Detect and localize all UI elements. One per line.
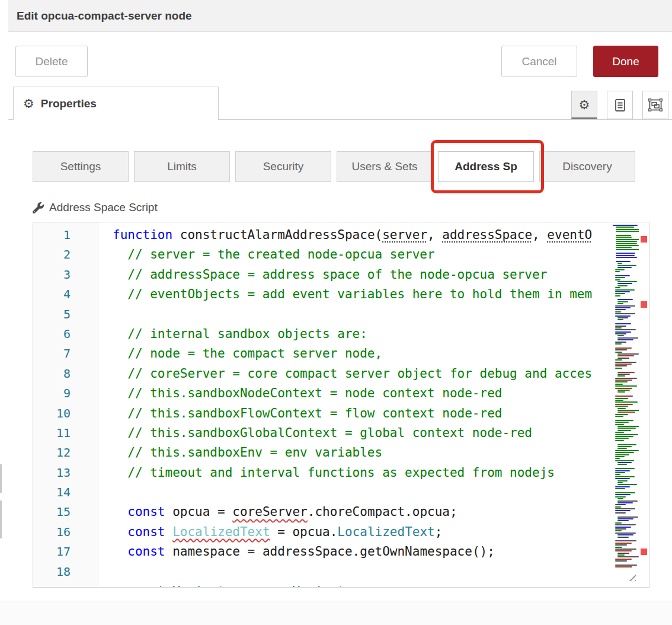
line-number: 17 xyxy=(33,542,98,562)
code-line: // eventObjects = add event variables he… xyxy=(113,285,611,304)
code-line: const Variant = opcua.Variant; xyxy=(113,582,611,587)
code-line: // addressSpace = address space of the n… xyxy=(113,265,611,285)
line-number: 11 xyxy=(33,423,98,443)
code-line xyxy=(113,483,611,502)
tab-address-space[interactable]: Address Sp xyxy=(438,151,534,182)
dialog-bottom-edge xyxy=(0,601,672,625)
edit-description-button[interactable] xyxy=(607,91,633,119)
wrench-icon xyxy=(33,202,44,213)
line-number: 10 xyxy=(33,404,98,423)
page-scrollbar-thumb[interactable] xyxy=(0,464,2,493)
delete-button[interactable]: Delete xyxy=(15,46,88,77)
code-area[interactable]: function constructAlarmAddressSpace(serv… xyxy=(99,222,611,587)
dialog-title: Edit opcua-compact-server node xyxy=(17,9,192,23)
tab-properties[interactable]: ⚙ Properties xyxy=(13,87,219,120)
error-marker xyxy=(641,236,647,243)
minimap[interactable] xyxy=(612,222,639,587)
gear-icon: ⚙ xyxy=(23,97,34,110)
line-number: 15 xyxy=(33,502,98,522)
code-line: // node = the compact server node, xyxy=(113,344,611,363)
done-button[interactable]: Done xyxy=(593,46,658,77)
tab-discovery[interactable]: Discovery xyxy=(539,151,635,182)
code-line: // coreServer = core compact server obje… xyxy=(113,364,611,384)
line-number: 14 xyxy=(33,483,98,502)
document-icon xyxy=(615,99,625,111)
address-space-script-section: Address Space Script xyxy=(33,201,158,214)
line-number: 1 xyxy=(33,225,98,245)
code-line: // internal sandbox objects are: xyxy=(113,324,611,344)
edit-properties-button[interactable]: ⚙ xyxy=(571,91,597,119)
line-number: 7 xyxy=(33,344,98,363)
code-line: // server = the created node-opcua serve… xyxy=(113,245,611,264)
line-number: 3 xyxy=(33,265,98,285)
tab-settings[interactable]: Settings xyxy=(33,151,129,182)
page-scrollbar-thumb[interactable] xyxy=(0,500,2,538)
code-line: const LocalizedText = opcua.LocalizedTex… xyxy=(113,522,611,542)
code-line: // this.sandboxFlowContext = flow contex… xyxy=(113,404,611,423)
line-number: 9 xyxy=(33,384,98,403)
line-number: 6 xyxy=(33,324,98,344)
object-group-icon xyxy=(648,98,663,111)
line-number: 5 xyxy=(33,305,98,324)
code-line: const opcua = coreServer.choreCompact.op… xyxy=(113,502,611,522)
editor-gutter: 12345678910111213141516171819 xyxy=(33,222,98,587)
tray-toolbar: ⚙ xyxy=(571,91,668,119)
line-number: 12 xyxy=(33,443,98,463)
code-editor[interactable]: 12345678910111213141516171819 function c… xyxy=(33,222,649,588)
code-line: const namespace = addressSpace.getOwnNam… xyxy=(113,542,611,562)
minimap-content xyxy=(613,225,639,567)
tab-limits[interactable]: Limits xyxy=(134,151,230,182)
code-line: // timeout and interval functions as exp… xyxy=(113,463,611,483)
properties-label: Properties xyxy=(41,97,97,110)
line-number: 13 xyxy=(33,463,98,483)
code-line: // this.sandboxNodeContext = node contex… xyxy=(113,384,611,403)
code-line: // this.sandboxGlobalContext = global co… xyxy=(113,423,611,443)
code-line: function constructAlarmAddressSpace(serv… xyxy=(113,225,611,245)
tab-security[interactable]: Security xyxy=(235,151,331,182)
code-line: // this.sandboxEnv = env variables xyxy=(113,443,611,463)
code-line xyxy=(113,305,611,324)
error-marker xyxy=(641,549,647,555)
error-marker xyxy=(641,301,647,308)
section-title: Address Space Script xyxy=(49,201,158,214)
code-line xyxy=(113,562,611,582)
line-number: 8 xyxy=(33,364,98,384)
edit-appearance-button[interactable] xyxy=(642,91,668,119)
overview-ruler[interactable] xyxy=(639,222,649,587)
line-number: 19 xyxy=(33,582,98,587)
tab-users-sets[interactable]: Users & Sets xyxy=(337,151,433,182)
gear-icon: ⚙ xyxy=(579,98,590,111)
line-number: 4 xyxy=(33,285,98,304)
line-number: 16 xyxy=(33,522,98,542)
edit-node-dialog: Edit opcua-compact-server node Delete Ca… xyxy=(0,0,672,625)
node-tabs: SettingsLimitsSecurityUsers & SetsAddres… xyxy=(33,151,635,182)
dialog-header: Edit opcua-compact-server node xyxy=(8,0,672,32)
line-number: 2 xyxy=(33,245,98,264)
cancel-button[interactable]: Cancel xyxy=(501,46,577,77)
line-number: 18 xyxy=(33,562,98,582)
